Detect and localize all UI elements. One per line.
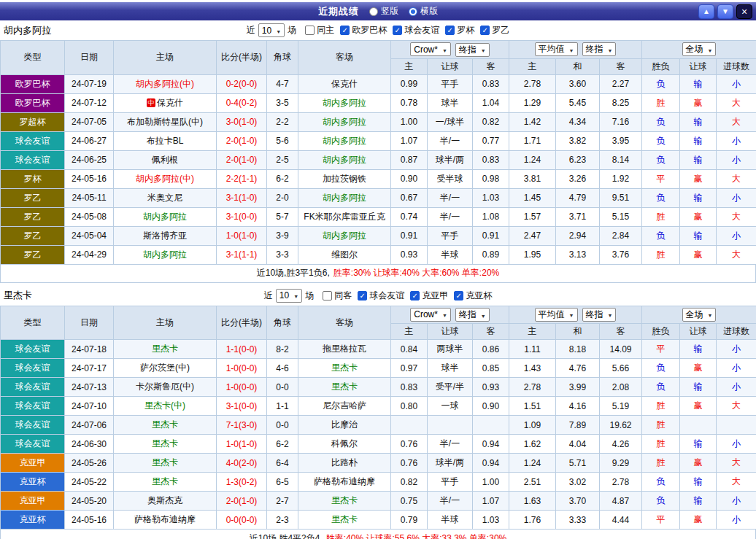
away-team-name[interactable]: 科佩尔 bbox=[331, 438, 358, 449]
competition-badge[interactable]: 球会友谊 bbox=[1, 340, 65, 359]
home-team-name[interactable]: 布加勒斯特星队(中) bbox=[127, 117, 203, 127]
odds-type-select[interactable]: 终指 bbox=[455, 43, 490, 57]
home-team-name[interactable]: 胡内多阿拉 bbox=[143, 212, 187, 222]
home-team-name[interactable]: 胡内多阿拉(中) bbox=[136, 79, 194, 89]
odds-company-select[interactable]: Crow* bbox=[410, 42, 451, 56]
move-up-button[interactable]: ▲ bbox=[698, 4, 714, 19]
home-team-name[interactable]: 奥斯杰克 bbox=[147, 495, 182, 505]
away-team-name[interactable]: FK米耶尔库雷亚丘克 bbox=[304, 212, 385, 222]
scope-select[interactable]: 全场 bbox=[682, 42, 717, 56]
home-team-name[interactable]: 米奥文尼 bbox=[147, 193, 182, 203]
match-count-select[interactable]: 10 bbox=[276, 289, 302, 303]
avg-type-select[interactable]: 终指 bbox=[582, 42, 617, 56]
filter-checkbox[interactable]: 球会友谊 bbox=[393, 24, 439, 36]
radio-icon[interactable] bbox=[409, 7, 417, 16]
close-button[interactable]: × bbox=[736, 4, 752, 19]
filter-checkbox[interactable]: 克亚甲 bbox=[410, 290, 448, 302]
checkbox-icon[interactable] bbox=[340, 26, 350, 35]
move-down-button[interactable]: ▼ bbox=[717, 4, 733, 19]
away-team-name[interactable]: 加拉茨钢铁 bbox=[323, 174, 366, 184]
filter-checkbox[interactable]: 同客 bbox=[323, 290, 352, 302]
avg-value-select[interactable]: 平均值 bbox=[535, 42, 578, 56]
checkbox-icon[interactable] bbox=[323, 291, 332, 300]
radio-vertical-layout[interactable]: 竖版 bbox=[369, 5, 398, 18]
away-team-name[interactable]: 里杰卡 bbox=[331, 381, 358, 392]
competition-badge[interactable]: 克亚杯 bbox=[1, 473, 65, 492]
competition-badge[interactable]: 球会友谊 bbox=[1, 416, 65, 435]
away-team-name[interactable]: 比摩治 bbox=[331, 419, 358, 430]
odds-company-select[interactable]: Crow* bbox=[410, 308, 451, 322]
home-team-name[interactable]: 里杰卡 bbox=[152, 457, 178, 468]
odds-type-select[interactable]: 终指 bbox=[455, 308, 490, 322]
checkbox-icon[interactable] bbox=[445, 26, 455, 35]
checkbox-icon[interactable] bbox=[393, 26, 402, 35]
home-team-name[interactable]: 里杰卡 bbox=[152, 419, 178, 430]
away-team-name[interactable]: 保克什 bbox=[331, 79, 358, 89]
competition-badge[interactable]: 罗杯 bbox=[1, 169, 65, 188]
competition-badge[interactable]: 欧罗巴杯 bbox=[1, 93, 65, 112]
away-team-cell: 萨格勒布迪纳摩 bbox=[298, 473, 391, 492]
competition-badge[interactable]: 罗乙 bbox=[1, 245, 65, 264]
away-team-name[interactable]: 里杰卡 bbox=[331, 362, 358, 373]
checkbox-icon[interactable] bbox=[305, 26, 315, 35]
competition-badge[interactable]: 球会友谊 bbox=[1, 150, 65, 169]
filter-checkbox[interactable]: 克亚杯 bbox=[454, 290, 492, 302]
competition-badge[interactable]: 罗乙 bbox=[1, 188, 65, 207]
away-team-name[interactable]: 胡内多阿拉 bbox=[323, 230, 366, 241]
away-team-name[interactable]: 维图尔 bbox=[331, 249, 358, 260]
filter-checkbox[interactable]: 同主 bbox=[305, 24, 334, 36]
away-team-name[interactable]: 里杰卡 bbox=[331, 495, 358, 505]
away-team-name[interactable]: 胡内多阿拉 bbox=[323, 117, 366, 127]
away-team-cell: 比摩治 bbox=[298, 416, 391, 435]
away-team-name[interactable]: 拖里格拉瓦 bbox=[323, 344, 366, 354]
home-team-name[interactable]: 保克什 bbox=[157, 98, 183, 108]
home-team-name[interactable]: 萨格勒布迪纳摩 bbox=[134, 514, 196, 524]
competition-badge[interactable]: 罗乙 bbox=[1, 207, 65, 226]
competition-badge[interactable]: 欧罗巴杯 bbox=[1, 74, 65, 93]
competition-badge[interactable]: 克亚甲 bbox=[1, 492, 65, 511]
home-team-name[interactable]: 卡尔斯鲁厄(中) bbox=[136, 381, 194, 392]
home-team-name[interactable]: 里杰卡 bbox=[152, 438, 178, 449]
avg-type-select[interactable]: 终指 bbox=[582, 308, 617, 322]
match-count-select[interactable]: 10 bbox=[258, 23, 285, 37]
home-team-name[interactable]: 里杰卡(中) bbox=[144, 400, 185, 411]
radio-horizontal-layout[interactable]: 横版 bbox=[409, 5, 438, 18]
away-team-name[interactable]: 萨格勒布迪纳摩 bbox=[314, 476, 375, 486]
competition-badge[interactable]: 罗超杯 bbox=[1, 112, 65, 131]
competition-badge[interactable]: 克亚杯 bbox=[1, 511, 65, 530]
avg-away-odds: 14.09 bbox=[600, 340, 642, 359]
away-team-name[interactable]: 比路朴 bbox=[331, 457, 358, 468]
home-team-name[interactable]: 斯洛博齐亚 bbox=[143, 230, 187, 241]
competition-badge[interactable]: 球会友谊 bbox=[1, 359, 65, 378]
away-team-name[interactable]: 尼尔吉哈萨 bbox=[323, 400, 366, 411]
competition-badge[interactable]: 球会友谊 bbox=[1, 397, 65, 416]
competition-badge[interactable]: 球会友谊 bbox=[1, 378, 65, 397]
home-team-name[interactable]: 佩利根 bbox=[152, 155, 178, 165]
away-team-name[interactable]: 胡内多阿拉 bbox=[323, 193, 366, 203]
competition-badge[interactable]: 球会友谊 bbox=[1, 435, 65, 454]
filter-checkbox[interactable]: 罗乙 bbox=[480, 24, 509, 36]
home-team-name[interactable]: 胡内多阿拉 bbox=[143, 249, 187, 260]
checkbox-icon[interactable] bbox=[410, 291, 420, 300]
checkbox-icon[interactable] bbox=[454, 291, 463, 300]
radio-icon[interactable] bbox=[369, 7, 378, 16]
filter-checkbox[interactable]: 罗杯 bbox=[445, 24, 474, 36]
scope-select[interactable]: 全场 bbox=[682, 308, 717, 322]
home-team-name[interactable]: 布拉卡BL bbox=[147, 136, 184, 146]
filter-checkbox[interactable]: 欧罗巴杯 bbox=[340, 24, 387, 36]
away-team-name[interactable]: 里杰卡 bbox=[331, 514, 358, 524]
filter-checkbox[interactable]: 球会友谊 bbox=[358, 290, 404, 302]
checkbox-icon[interactable] bbox=[480, 26, 490, 35]
away-team-name[interactable]: 胡内多阿拉 bbox=[323, 155, 366, 165]
home-team-name[interactable]: 萨尔茨堡(中) bbox=[140, 362, 190, 373]
checkbox-icon[interactable] bbox=[358, 291, 367, 300]
competition-badge[interactable]: 罗乙 bbox=[1, 226, 65, 245]
avg-value-select[interactable]: 平均值 bbox=[535, 308, 578, 322]
away-team-name[interactable]: 胡内多阿拉 bbox=[323, 98, 366, 108]
home-team-name[interactable]: 里杰卡 bbox=[152, 476, 178, 486]
competition-badge[interactable]: 球会友谊 bbox=[1, 131, 65, 150]
home-team-name[interactable]: 胡内多阿拉(中) bbox=[136, 174, 194, 184]
home-team-name[interactable]: 里杰卡 bbox=[152, 344, 178, 354]
competition-badge[interactable]: 克亚甲 bbox=[1, 454, 65, 473]
away-team-name[interactable]: 胡内多阿拉 bbox=[323, 136, 366, 146]
